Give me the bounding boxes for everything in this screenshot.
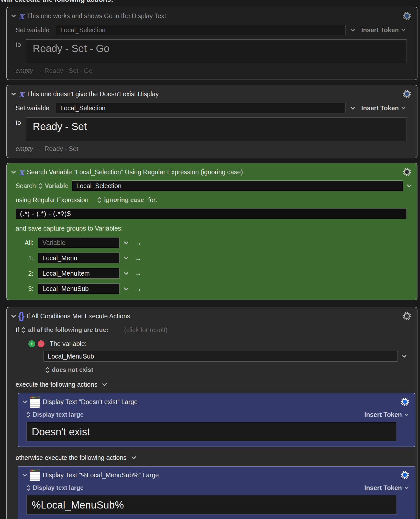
gear-icon[interactable] — [402, 89, 412, 99]
capture-group-row: 3: Local_MenuSub → — [16, 283, 417, 294]
action-display-text-else[interactable]: Display Text “%Local_MenuSub%” Large Dis… — [18, 466, 415, 519]
action-title: This one doesn't give the Doesn't exist … — [27, 90, 159, 98]
updown-selector-icon[interactable] — [46, 366, 49, 373]
updown-selector-icon[interactable] — [22, 327, 26, 333]
search-variable-field[interactable]: Local_Selection — [72, 180, 403, 191]
remove-condition-button[interactable]: − — [38, 340, 45, 347]
to-row: to Ready - Set — [16, 117, 407, 141]
add-condition-button[interactable]: + — [28, 340, 35, 347]
disclosure-chevron-icon[interactable] — [11, 315, 16, 318]
execute-note-clip: Will execute the following actions: — [0, 0, 420, 4]
insert-token-menu[interactable]: Insert Token — [364, 484, 409, 492]
variable-dropdown-icon[interactable] — [124, 256, 129, 260]
disclosure-chevron-icon[interactable] — [11, 92, 16, 96]
action-set-variable-2[interactable]: x This one doesn't give the Doesn't exis… — [6, 85, 417, 158]
display-mode-option[interactable]: Display text large — [33, 411, 84, 418]
if-label: If — [16, 326, 19, 334]
condition-row: + − The variable: — [28, 340, 417, 348]
display-mode-row: Display text large Insert Token — [26, 483, 409, 492]
disclosure-chevron-icon[interactable] — [11, 170, 16, 174]
action-header: Display Text “%Local_MenuSub%” Large — [18, 467, 415, 481]
action-display-text-then[interactable]: Display Text “Doesn't exist” Large Displ… — [18, 393, 415, 447]
capture-group-1-field[interactable]: Local_Menu — [38, 253, 119, 263]
variable-dropdown-icon[interactable] — [350, 106, 355, 110]
variable-dropdown-icon[interactable] — [124, 287, 129, 290]
gear-icon[interactable] — [402, 11, 412, 21]
otherwise-label: otherwise execute the following actions — [16, 454, 127, 461]
text-window-icon — [30, 396, 40, 408]
value-text-field[interactable]: Ready - Set — [26, 117, 407, 141]
insert-token-menu[interactable]: Insert Token — [364, 411, 409, 418]
gear-clock-icon[interactable] — [402, 311, 412, 321]
goto-variable-arrow[interactable]: → — [134, 285, 142, 293]
display-text-field[interactable]: Doesn't exist — [26, 422, 397, 441]
variable-dropdown-icon[interactable] — [407, 184, 412, 188]
match-mode-option[interactable]: all of the following are true: — [28, 326, 108, 333]
gear-icon[interactable] — [400, 397, 410, 407]
display-text-field[interactable]: %Local_MenuSub% — [26, 495, 397, 515]
search-mode-option[interactable]: Variable — [45, 182, 68, 189]
variable-name-field[interactable]: Local_Selection — [56, 25, 346, 35]
variable-dropdown-icon[interactable] — [124, 241, 129, 244]
collapse-actions-chevron-icon[interactable] — [102, 383, 107, 386]
disclosure-chevron-icon[interactable] — [11, 14, 16, 18]
chevron-down-icon — [404, 486, 409, 489]
case-mode-option[interactable]: ignoring case — [104, 196, 144, 203]
updown-selector-icon[interactable] — [98, 197, 102, 203]
variable-dropdown-icon[interactable] — [350, 28, 355, 32]
disclosure-chevron-icon[interactable] — [22, 473, 27, 477]
action-search-variable[interactable]: x Search Variable “Local_Selection” Usin… — [6, 163, 417, 300]
result-preview[interactable]: empty→Ready - Set — [16, 145, 417, 153]
variable-name-field[interactable]: Local_Selection — [56, 103, 346, 113]
updown-selector-icon[interactable] — [26, 411, 30, 418]
variable-dropdown-icon[interactable] — [402, 355, 407, 358]
action-list: x This one works and shows Go in the Dis… — [6, 7, 417, 519]
updown-selector-icon[interactable] — [26, 484, 30, 491]
action-header: x This one works and shows Go in the Dis… — [7, 7, 417, 21]
condition-label: The variable: — [50, 340, 87, 348]
variable-dropdown-icon[interactable] — [124, 272, 129, 275]
set-variable-row: Set variable Local_Selection Insert Toke… — [16, 25, 406, 35]
action-set-variable-1[interactable]: x This one works and shows Go in the Dis… — [6, 7, 417, 80]
variable-x-icon: x — [19, 168, 24, 176]
execute-actions-label: execute the following actions — [16, 381, 97, 388]
to-row: to Ready - Set - Go — [16, 39, 407, 63]
action-title: If All Conditions Met Execute Actions — [26, 312, 130, 320]
insert-token-menu[interactable]: Insert Token — [361, 26, 406, 34]
goto-variable-arrow[interactable]: → — [134, 254, 142, 262]
capture-group-3-field[interactable]: Local_MenuSub — [38, 283, 119, 294]
set-variable-label: Set variable — [16, 104, 56, 112]
updown-selector-icon[interactable] — [38, 182, 42, 189]
chevron-down-icon — [401, 107, 406, 110]
capture-group-2-field[interactable]: Local_MenuItem — [38, 268, 119, 279]
action-title: This one works and shows Go in the Displ… — [27, 12, 166, 20]
goto-variable-arrow[interactable]: → — [134, 239, 142, 247]
variable-x-icon: x — [19, 12, 24, 20]
action-header: x This one doesn't give the Doesn't exis… — [7, 85, 417, 100]
value-text-field[interactable]: Ready - Set - Go — [26, 39, 407, 63]
result-preview[interactable]: empty→Ready - Set - Go — [16, 67, 417, 74]
search-label: Search — [16, 182, 36, 190]
set-variable-row: Set variable Local_Selection Insert Toke… — [16, 103, 406, 113]
goto-variable-arrow[interactable]: → — [134, 269, 142, 278]
action-if-conditions[interactable]: {} If All Conditions Met Execute Actions… — [6, 307, 417, 519]
execute-actions-row: execute the following actions — [16, 380, 417, 389]
braces-icon: {} — [18, 312, 24, 320]
capture-group-all-field[interactable]: Variable — [38, 237, 119, 248]
click-for-result-hint[interactable]: (click for result) — [124, 326, 167, 334]
insert-token-menu[interactable]: Insert Token — [361, 104, 406, 112]
for-label: for: — [148, 196, 157, 204]
condition-operator-option[interactable]: does not exist — [52, 366, 93, 373]
display-mode-option[interactable]: Display text large — [33, 484, 84, 491]
action-header: Display Text “Doesn't exist” Large — [18, 393, 415, 408]
set-variable-label: Set variable — [16, 26, 56, 34]
disclosure-chevron-icon[interactable] — [22, 400, 27, 404]
gear-icon[interactable] — [402, 167, 412, 177]
regex-pattern-field[interactable]: (.*) - (.*) - (.*?)$ — [16, 208, 407, 219]
if-condition-mode-row: If all of the following are true: (click… — [16, 325, 417, 334]
condition-variable-field[interactable]: Local_MenuSub — [43, 351, 397, 362]
collapse-actions-chevron-icon[interactable] — [131, 456, 136, 459]
gear-icon[interactable] — [400, 470, 410, 480]
using-row: using Regular Expression ignoring case f… — [16, 196, 412, 204]
action-header: x Search Variable “Local_Selection” Usin… — [7, 163, 417, 178]
